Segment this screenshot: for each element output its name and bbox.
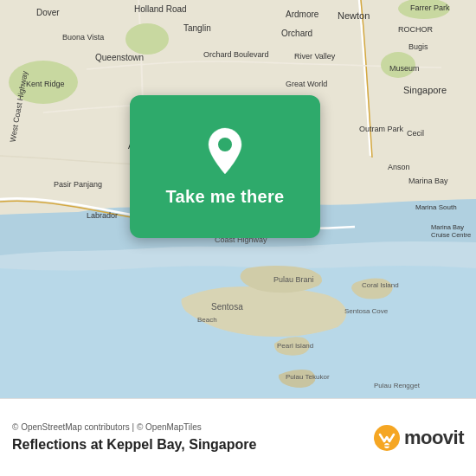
svg-text:Cruise Centre: Cruise Centre xyxy=(431,231,471,239)
svg-text:Tanglin: Tanglin xyxy=(183,23,211,33)
svg-text:Labrador: Labrador xyxy=(87,211,118,220)
svg-text:Queenstown: Queenstown xyxy=(95,53,144,62)
location-name: Reflections at Keppel Bay, Singapore xyxy=(12,437,256,453)
moovit-icon xyxy=(373,424,401,452)
svg-text:Sentosa Cove: Sentosa Cove xyxy=(344,307,389,315)
svg-text:Cecil: Cecil xyxy=(407,129,424,138)
svg-text:Pulau Rengget: Pulau Rengget xyxy=(374,382,421,389)
location-pin-icon xyxy=(203,126,248,178)
svg-point-42 xyxy=(218,138,232,151)
svg-text:Great World: Great World xyxy=(286,80,327,88)
moovit-logo: moovit xyxy=(373,424,464,452)
svg-text:Kent Ridge: Kent Ridge xyxy=(26,80,65,88)
svg-text:Singapore: Singapore xyxy=(403,85,447,95)
svg-text:ROCHOR: ROCHOR xyxy=(398,25,433,34)
svg-text:Pulau Tekukor: Pulau Tekukor xyxy=(286,373,330,381)
svg-text:Sentosa: Sentosa xyxy=(211,302,243,312)
svg-text:Marina Bay: Marina Bay xyxy=(431,223,464,231)
svg-text:Pearl Island: Pearl Island xyxy=(277,342,313,350)
svg-text:Holland Road: Holland Road xyxy=(134,4,187,14)
svg-text:Museum: Museum xyxy=(389,64,420,73)
bottom-bar: © OpenStreetMap contributors | © OpenMap… xyxy=(0,398,476,476)
svg-text:Farrer Park: Farrer Park xyxy=(410,3,450,12)
svg-text:Coral Island: Coral Island xyxy=(362,281,399,289)
svg-text:Ardmore: Ardmore xyxy=(286,10,319,19)
svg-text:Anson: Anson xyxy=(388,163,410,171)
svg-text:Dover: Dover xyxy=(36,8,60,17)
attribution-text: © OpenStreetMap contributors | © OpenMap… xyxy=(12,422,256,432)
action-card[interactable]: Take me there xyxy=(130,95,320,238)
svg-text:Beach: Beach xyxy=(197,316,217,324)
bottom-left-info: © OpenStreetMap contributors | © OpenMap… xyxy=(12,422,256,453)
svg-text:Buona Vista: Buona Vista xyxy=(62,33,104,42)
svg-text:River Valley: River Valley xyxy=(294,52,336,61)
svg-text:Newton: Newton xyxy=(338,10,370,21)
svg-text:Marina South: Marina South xyxy=(415,203,457,211)
moovit-brand-text: moovit xyxy=(404,427,464,449)
svg-text:Orchard: Orchard xyxy=(281,29,312,38)
svg-text:Pulau Brani: Pulau Brani xyxy=(273,275,314,284)
svg-text:Outram Park: Outram Park xyxy=(359,125,404,133)
svg-text:Orchard Boulevard: Orchard Boulevard xyxy=(203,50,269,59)
svg-text:Pasir Panjang: Pasir Panjang xyxy=(54,180,102,189)
svg-point-2 xyxy=(125,23,169,55)
take-me-there-button[interactable]: Take me there xyxy=(166,187,285,207)
map-container: Newton Dover Holland Road Ardmore Farrer… xyxy=(0,0,476,398)
svg-text:Bugis: Bugis xyxy=(408,42,428,51)
svg-text:Marina Bay: Marina Bay xyxy=(408,177,448,185)
